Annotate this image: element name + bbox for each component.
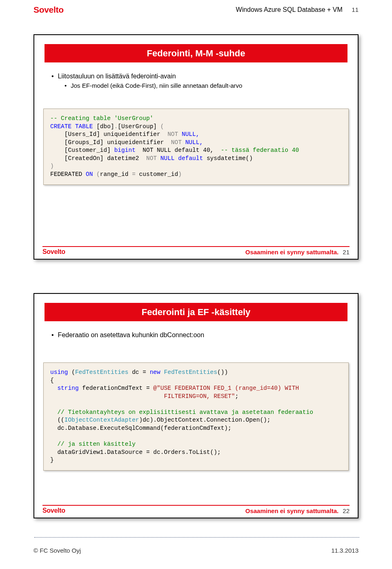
t: ) bbox=[50, 163, 54, 169]
t: ()) bbox=[217, 369, 228, 376]
t: [dbo] bbox=[93, 123, 114, 130]
bullet: Liitostauluun on lisättävä federointi-av… bbox=[47, 72, 345, 81]
footer-tagline: Osaaminen ei synny sattumalta. 22 bbox=[245, 507, 350, 514]
t: Osaaminen ei synny sattumalta. bbox=[245, 249, 339, 256]
t: [Groups_Id] uniqueidentifier bbox=[50, 139, 171, 146]
t: CREATE bbox=[50, 123, 71, 130]
t: string bbox=[57, 385, 78, 391]
slide-1: Federointi, M-M -suhde Liitostauluun on … bbox=[33, 34, 359, 260]
footer-tagline: Osaaminen ei synny sattumalta. 21 bbox=[245, 249, 350, 256]
t: -- tässä federaatio 40 bbox=[221, 147, 299, 153]
t: @"USE FEDERATION FED_1 (range_id=40) WIT… bbox=[153, 385, 299, 391]
slide-title: Federointi ja EF -käsittely bbox=[45, 303, 347, 321]
t: using bbox=[50, 369, 68, 376]
t: dataGridView1.DataSource = dc.Orders.ToL… bbox=[50, 449, 221, 456]
slide-2: Federointi ja EF -käsittely Federaatio o… bbox=[33, 293, 359, 518]
code-block-csharp: using (FedTestEntities dc = new FedTestE… bbox=[43, 362, 349, 471]
t: FedTestEntities bbox=[75, 369, 129, 376]
t: [Users_Id] uniqueidentifier bbox=[50, 131, 167, 138]
t: bigint bbox=[114, 147, 136, 153]
t: } bbox=[50, 457, 54, 463]
t: IObjectContextAdapter bbox=[65, 417, 139, 423]
t: NULL, bbox=[178, 131, 199, 138]
t: ( bbox=[93, 171, 100, 178]
t: NOT NULL default bbox=[136, 147, 200, 153]
copyright: © FC Sovelto Oyj bbox=[33, 547, 81, 554]
t: NULL bbox=[157, 155, 175, 162]
t: federationCmdText = bbox=[79, 385, 154, 391]
t: Osaaminen ei synny sattumalta. bbox=[245, 507, 339, 514]
t: // Tietokantayhteys on explisiittisesti … bbox=[50, 409, 313, 416]
t: default bbox=[175, 155, 203, 162]
footer-logo: Sovelto bbox=[42, 507, 65, 514]
t: ; bbox=[235, 393, 238, 400]
slide-footer: Sovelto Osaaminen ei synny sattumalta. 2… bbox=[42, 246, 350, 256]
t: [Customer_id] bbox=[50, 147, 114, 153]
t: ) bbox=[178, 171, 182, 178]
t: [CreatedOn] datetime2 bbox=[50, 155, 146, 162]
t: NULL, bbox=[182, 139, 203, 146]
t: = bbox=[132, 171, 136, 178]
logo: Sovelto bbox=[33, 5, 64, 15]
t: sysdatetime() bbox=[203, 155, 253, 162]
code-line: -- Creating table 'UserGroup' bbox=[50, 115, 153, 122]
t: TABLE bbox=[71, 123, 93, 130]
t: NOT bbox=[167, 131, 178, 138]
slide-number: 21 bbox=[343, 249, 350, 256]
t: ( bbox=[68, 369, 75, 376]
divider bbox=[34, 537, 359, 538]
header-right: Windows Azure SQL Database + VM 11 bbox=[236, 6, 359, 13]
t: { bbox=[50, 377, 54, 384]
t: FEDERATED bbox=[50, 171, 86, 178]
bullet: Jos EF-model (eikä Code-First), niin sil… bbox=[47, 82, 345, 90]
slide-footer: Sovelto Osaaminen ei synny sattumalta. 2… bbox=[42, 505, 350, 514]
t: FILTERING=ON, RESET" bbox=[50, 393, 235, 400]
t: customer_id bbox=[136, 171, 178, 178]
doc-header: Sovelto Windows Azure SQL Database + VM … bbox=[33, 5, 359, 15]
code-block-sql: -- Creating table 'UserGroup' CREATE TAB… bbox=[43, 109, 349, 185]
doc-date: 11.3.2013 bbox=[331, 547, 359, 554]
t: ON bbox=[86, 171, 93, 178]
t: new bbox=[150, 369, 160, 376]
t: 40, bbox=[200, 147, 221, 153]
t: FedTestEntities bbox=[164, 369, 217, 376]
doc-page-number: 11 bbox=[352, 6, 359, 13]
t: ( bbox=[157, 123, 164, 130]
bullet-list: Federaatio on asetettava kuhunkin dbConn… bbox=[47, 331, 345, 340]
t: [UserGroup] bbox=[118, 123, 157, 130]
bullet-list: Liitostauluun on lisättävä federointi-av… bbox=[47, 72, 345, 91]
t bbox=[50, 385, 57, 391]
t: (( bbox=[50, 417, 65, 423]
slide-number: 22 bbox=[343, 507, 350, 514]
t: NOT bbox=[171, 139, 182, 146]
t: range_id bbox=[100, 171, 132, 178]
t: dc.Database.ExecuteSqlCommand(federation… bbox=[50, 425, 232, 431]
t: dc = bbox=[128, 369, 149, 376]
bullet: Federaatio on asetettava kuhunkin dbConn… bbox=[47, 331, 345, 340]
slide-title: Federointi, M-M -suhde bbox=[45, 44, 347, 62]
doc-title: Windows Azure SQL Database + VM bbox=[236, 6, 343, 13]
t: // ja sitten käsittely bbox=[50, 441, 136, 447]
t: NOT bbox=[146, 155, 157, 162]
t: )dc).ObjectContext.Connection.Open(); bbox=[139, 417, 271, 423]
doc-footer: © FC Sovelto Oyj 11.3.2013 bbox=[33, 547, 359, 554]
footer-logo: Sovelto bbox=[42, 248, 65, 256]
